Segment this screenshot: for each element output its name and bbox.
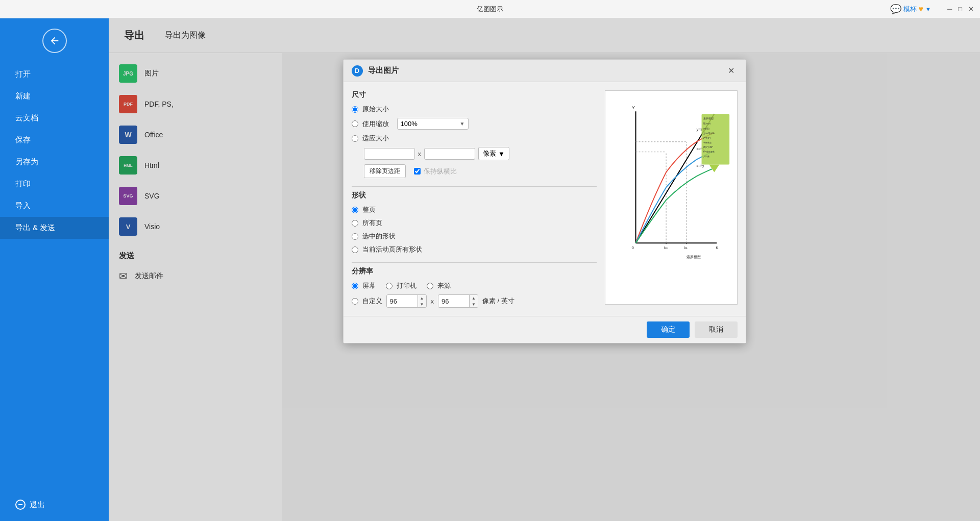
scale-size-row: 使用缩放 100% ▼ (352, 118, 597, 130)
window-controls: 💬 模杯 ♥ ▼ ─ □ ✕ (890, 4, 974, 15)
whole-page-radio[interactable] (352, 207, 358, 213)
modal-settings: 尺寸 原始大小 使用缩放 100% ▼ (352, 90, 597, 308)
screen-radio[interactable] (352, 283, 358, 289)
keep-ratio-row: 保持纵横比 (414, 167, 457, 176)
sidebar-item-label: 导入 (15, 201, 31, 211)
confirm-button[interactable]: 确定 (647, 321, 690, 338)
user-area[interactable]: 💬 模杯 ♥ ▼ (890, 4, 931, 15)
width-spin-up[interactable]: ▲ (418, 295, 426, 301)
svg-text:i=sf(k): i=sf(k) (703, 128, 709, 130)
height-spin-up[interactable]: ▲ (470, 295, 478, 301)
modal-close-button[interactable]: ✕ (725, 65, 738, 77)
resolution-section-title: 分辨率 (352, 267, 597, 276)
svg-text:sf(k*)=δk*: sf(k*)=δk* (703, 146, 713, 148)
svg-text:索罗模型: 索罗模型 (703, 117, 713, 120)
svg-text:s=f·y: s=f·y (696, 164, 704, 168)
sidebar-item-save[interactable]: 保存 (0, 129, 109, 151)
modal-title-row: D 导出图片 (352, 65, 399, 77)
custom-radio[interactable] (352, 298, 358, 305)
resolution-options-row: 屏幕 打印机 来源 (352, 281, 597, 290)
scale-value: 100% (401, 120, 418, 128)
chart-preview-svg: Y K 0 k₀ k₁ (605, 91, 737, 304)
sidebar-item-label: 保存 (15, 135, 31, 145)
width-input[interactable]: 1122.52 (364, 148, 415, 160)
sidebar-item-export-send[interactable]: 导出 & 发送 (0, 217, 109, 239)
preview-box: Y K 0 k₀ k₁ (605, 90, 738, 305)
svg-text:k*=最优资本: k*=最优资本 (703, 151, 715, 153)
printer-label[interactable]: 打印机 (397, 281, 416, 290)
svg-text:平衡状态: 平衡状态 (703, 141, 711, 144)
selected-shapes-label[interactable]: 选中的形状 (362, 232, 396, 241)
sidebar-item-label: 导出 & 发送 (15, 223, 55, 233)
unit-select[interactable]: 像素 ▼ (478, 147, 509, 160)
sidebar-item-exit[interactable]: − 退出 (0, 493, 109, 516)
sidebar-item-print[interactable]: 打印 (0, 173, 109, 195)
size-section-title: 尺寸 (352, 90, 597, 100)
all-pages-label[interactable]: 所有页 (362, 218, 382, 228)
exit-icon: − (15, 500, 26, 510)
svg-text:k₀: k₀ (664, 246, 667, 250)
maximize-button[interactable]: □ (958, 5, 962, 13)
modal-body: 尺寸 原始大小 使用缩放 100% ▼ (344, 82, 746, 316)
sidebar-item-save-as[interactable]: 另存为 (0, 151, 109, 173)
original-size-label[interactable]: 原始大小 (362, 105, 389, 114)
app-title: 亿图图示 (477, 5, 503, 14)
modal-header: D 导出图片 ✕ (344, 60, 746, 82)
modal-preview: Y K 0 k₀ k₁ (605, 90, 738, 308)
sidebar-item-open[interactable]: 打开 (0, 63, 109, 85)
separator-1 (352, 186, 597, 187)
printer-radio[interactable] (386, 283, 393, 289)
screen-res-row: 屏幕 (352, 281, 376, 290)
back-button[interactable] (42, 29, 67, 53)
source-label[interactable]: 来源 (437, 281, 451, 290)
current-active-radio[interactable] (352, 246, 358, 253)
modal-title: 导出图片 (368, 66, 399, 76)
keep-ratio-label[interactable]: 保持纵横比 (424, 167, 457, 176)
remove-margin-button[interactable]: 移除页边距 (364, 164, 406, 178)
sidebar-item-new[interactable]: 新建 (0, 85, 109, 107)
scale-size-radio[interactable] (352, 120, 358, 127)
custom-height-input-wrap: 96 ▲ ▼ (438, 294, 478, 308)
sidebar-item-import[interactable]: 导入 (0, 195, 109, 217)
sidebar-item-label: 云文档 (15, 113, 38, 123)
height-spinner: ▲ ▼ (469, 295, 478, 307)
selected-shapes-radio[interactable] (352, 233, 358, 240)
svg-text:y*=f(k*): y*=f(k*) (703, 137, 710, 139)
scale-dropdown-arrow: ▼ (460, 121, 465, 127)
size-section: 尺寸 原始大小 使用缩放 100% ▼ (352, 90, 597, 178)
svg-text:k₁: k₁ (684, 246, 687, 250)
source-radio[interactable] (427, 283, 433, 289)
all-pages-radio[interactable] (352, 220, 358, 227)
fit-size-label[interactable]: 适应大小 (362, 134, 389, 143)
screen-label[interactable]: 屏幕 (362, 281, 376, 290)
original-size-radio[interactable] (352, 106, 358, 113)
custom-label[interactable]: 自定义 (362, 296, 382, 306)
close-window-button[interactable]: ✕ (968, 5, 974, 13)
fit-size-row: 适应大小 (352, 134, 597, 143)
selected-shapes-row: 选中的形状 (352, 232, 597, 241)
custom-height-input[interactable]: 96 (438, 296, 469, 307)
user-dropdown-arrow[interactable]: ▼ (925, 6, 931, 12)
cancel-button[interactable]: 取消 (695, 321, 738, 338)
scale-size-label[interactable]: 使用缩放 (362, 119, 389, 129)
svg-text:0: 0 (631, 245, 634, 250)
sidebar-item-cloud[interactable]: 云文档 (0, 107, 109, 129)
sidebar-item-label: 打印 (15, 179, 31, 189)
original-size-row: 原始大小 (352, 105, 597, 114)
scale-select[interactable]: 100% ▼ (397, 118, 469, 130)
current-active-label[interactable]: 当前活动页所有形状 (362, 245, 422, 254)
height-spin-down[interactable]: ▼ (470, 301, 478, 307)
separator-2 (352, 262, 597, 263)
x-separator: x (418, 150, 422, 158)
minimize-button[interactable]: ─ (947, 5, 952, 13)
export-image-dialog: D 导出图片 ✕ 尺寸 原始大小 使用缩放 (343, 59, 746, 343)
sidebar: 打开 新建 云文档 保存 另存为 打印 导入 导出 & 发送 − 退出 (0, 18, 109, 521)
fit-size-radio[interactable] (352, 135, 358, 142)
custom-width-input[interactable]: 96 (387, 296, 418, 307)
keep-ratio-checkbox[interactable] (414, 168, 421, 175)
unit-dropdown-arrow: ▼ (498, 150, 505, 158)
width-spin-down[interactable]: ▼ (418, 301, 426, 307)
whole-page-label[interactable]: 整页 (362, 205, 376, 214)
username: 模杯 (903, 5, 917, 14)
height-input[interactable]: 793.701 (424, 148, 475, 160)
